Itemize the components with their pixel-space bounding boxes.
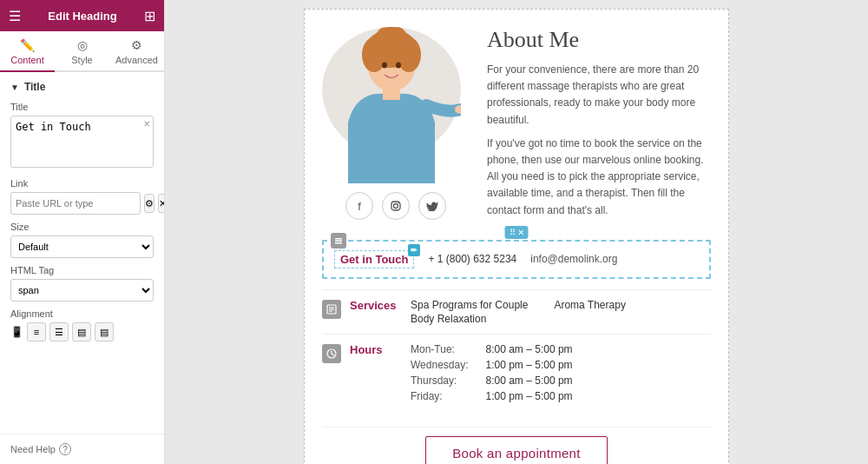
html-tag-select-wrap: span h1 h2 h3 p div <box>10 279 154 302</box>
hours-time-2: 8:00 am – 5:00 pm <box>486 375 573 387</box>
edit-heading-icon[interactable]: ✏ <box>408 244 420 256</box>
hours-day-1: Wednesday: <box>411 359 469 371</box>
social-icons: f <box>322 192 470 220</box>
portrait-svg <box>322 27 461 183</box>
about-section: f About Me For your convenience, there a… <box>322 27 711 226</box>
portrait-wrap: f <box>322 27 470 220</box>
content-icon: ✏️ <box>20 38 35 52</box>
about-title: About Me <box>487 27 711 53</box>
html-tag-field-label: HTML Tag <box>10 265 154 275</box>
align-justify-btn[interactable]: ▤ <box>95 322 114 341</box>
title-textarea[interactable]: Get in Touch <box>10 116 154 168</box>
link-clear-btn[interactable]: ✕ <box>158 194 164 213</box>
move-btn[interactable]: ⠿ <box>510 228 516 237</box>
hours-time-1: 1:00 pm – 5:00 pm <box>486 359 573 371</box>
style-icon: ◎ <box>77 38 88 52</box>
title-textarea-wrap: Get in Touch ✕ <box>10 116 154 171</box>
tabs-row: ✏️ Content ◎ Style ⚙ Advanced <box>0 31 164 72</box>
svg-rect-6 <box>383 86 400 100</box>
service-item-2: Body Relaxation <box>411 313 528 325</box>
hours-day-0: Mon-Tue: <box>411 343 469 355</box>
top-bar: ☰ Edit Heading ⊞ <box>0 0 164 31</box>
need-help-label: Need Help <box>10 444 56 454</box>
svg-point-8 <box>382 63 387 69</box>
size-select-wrap: Default Small Medium Large <box>10 235 154 258</box>
hours-label: Hours <box>350 343 402 356</box>
panel-body: ▼ Title Title Get in Touch ✕ Link ⚙ ✕ Si… <box>0 72 164 434</box>
hours-time-3: 1:00 pm – 5:00 pm <box>486 390 573 402</box>
hours-day-2: Thursday: <box>411 375 469 387</box>
instagram-icon[interactable] <box>382 192 410 220</box>
link-input[interactable] <box>10 192 141 215</box>
link-row: ⚙ ✕ <box>10 192 154 215</box>
alignment-row: 📱 ≡ ☰ ▤ ▤ <box>10 322 154 341</box>
align-center-btn[interactable]: ☰ <box>49 322 69 341</box>
align-left-btn[interactable]: ≡ <box>27 322 46 341</box>
main-area: ◀ <box>165 0 868 464</box>
svg-rect-14 <box>335 238 342 240</box>
size-field-label: Size <box>10 222 154 232</box>
size-select[interactable]: Default Small Medium Large <box>10 235 154 258</box>
svg-point-12 <box>398 202 399 204</box>
tab-advanced-label: Advanced <box>115 55 158 65</box>
need-help[interactable]: Need Help ? <box>0 434 164 464</box>
hours-icon <box>322 344 341 363</box>
hours-grid: Mon-Tue: 8:00 am – 5:00 pm Wednesday: 1:… <box>411 343 573 402</box>
tab-style-label: Style <box>71 55 92 65</box>
align-right-btn[interactable]: ▤ <box>72 322 91 341</box>
contact-bar-element-icon <box>331 233 346 249</box>
help-icon: ? <box>59 443 71 455</box>
services-label: Services <box>350 299 402 312</box>
about-text: About Me For your convenience, there are… <box>487 27 711 226</box>
tab-advanced[interactable]: ⚙ Advanced <box>109 31 164 70</box>
page-canvas: f About Me For your convenience, there a… <box>304 9 729 464</box>
html-tag-select[interactable]: span h1 h2 h3 p div <box>10 279 154 302</box>
about-para-2: If you've got no time to book the servic… <box>487 136 711 219</box>
tab-content[interactable]: ✏️ Content <box>0 31 55 72</box>
contact-bar-tools: ⠿ ✕ <box>505 226 529 239</box>
book-btn-wrap: Book an appointment <box>322 427 711 464</box>
contact-bar: Get in Touch ✏ + 1 (800) 632 5234 info@d… <box>324 242 709 277</box>
facebook-icon[interactable]: f <box>345 192 373 220</box>
title-section-header: ▼ Title <box>10 81 154 93</box>
alignment-field-label: Alignment <box>10 308 154 319</box>
section-toggle-icon[interactable]: ▼ <box>10 83 19 92</box>
grid-icon[interactable]: ⊞ <box>144 8 155 24</box>
hours-time-0: 8:00 am – 5:00 pm <box>486 343 573 355</box>
services-grid: Spa Programs for Couple Aroma Therapy Bo… <box>411 299 672 325</box>
responsive-icon[interactable]: 📱 <box>10 326 23 338</box>
title-section-label: Title <box>24 81 45 93</box>
hamburger-icon[interactable]: ☰ <box>9 8 21 24</box>
left-panel: ☰ Edit Heading ⊞ ✏️ Content ◎ Style ⚙ Ad… <box>0 0 165 464</box>
book-appointment-btn[interactable]: Book an appointment <box>425 436 607 464</box>
contact-email: info@demolink.org <box>530 253 617 265</box>
svg-point-9 <box>396 63 401 69</box>
contact-heading: Get in Touch ✏ <box>334 250 414 268</box>
hours-row: Hours Mon-Tue: 8:00 am – 5:00 pm Wednesd… <box>322 334 711 411</box>
link-settings-btn[interactable]: ⚙ <box>144 194 155 213</box>
twitter-icon[interactable] <box>418 192 446 220</box>
advanced-icon: ⚙ <box>131 38 142 52</box>
svg-point-11 <box>394 204 398 209</box>
contact-phone: + 1 (800) 632 5234 <box>428 253 516 265</box>
services-row: Services Spa Programs for Couple Aroma T… <box>322 289 711 334</box>
title-field-label: Title <box>10 102 154 112</box>
svg-line-23 <box>332 354 334 355</box>
link-field-label: Link <box>10 178 154 189</box>
services-icon <box>322 300 341 319</box>
clear-title-btn[interactable]: ✕ <box>143 119 150 129</box>
tab-content-label: Content <box>10 55 44 65</box>
panel-title: Edit Heading <box>48 10 116 23</box>
service-item-1: Aroma Therapy <box>554 299 671 311</box>
hours-day-3: Friday: <box>411 390 469 402</box>
about-para-1: For your convenience, there are more tha… <box>487 62 711 129</box>
contact-bar-wrap: ⠿ ✕ Get in Touch ✏ + 1 (800) 632 5234 in… <box>322 240 711 279</box>
close-bar-btn[interactable]: ✕ <box>517 228 524 237</box>
svg-rect-15 <box>335 240 342 242</box>
service-item-0: Spa Programs for Couple <box>411 299 528 311</box>
svg-rect-16 <box>335 242 342 244</box>
tab-style[interactable]: ◎ Style <box>55 31 109 70</box>
